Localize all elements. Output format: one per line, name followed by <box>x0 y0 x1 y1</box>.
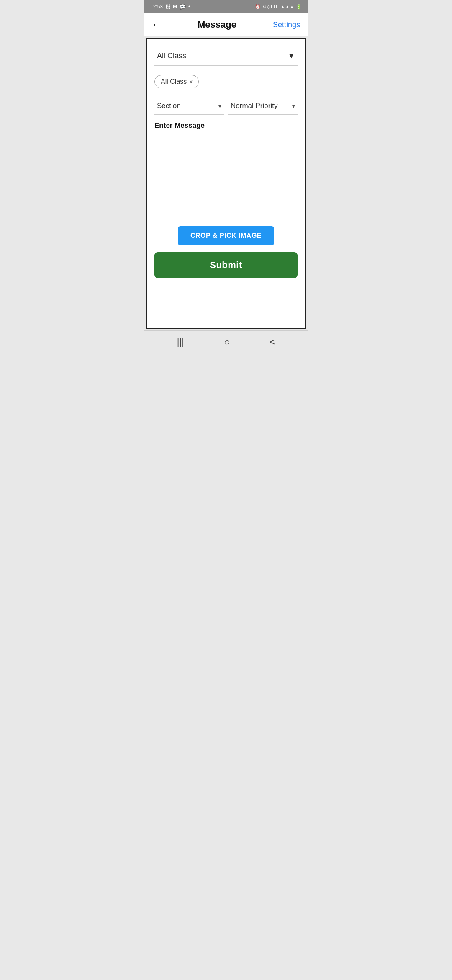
alarm-icon: ⏰ <box>255 4 261 10</box>
filter-row: Section ▾ Normal Priority ▾ <box>154 98 298 115</box>
spacer <box>154 285 298 321</box>
main-content: All Class ▼ All Class × Section ▾ Normal… <box>146 38 306 329</box>
cursor-dot: · <box>154 212 298 218</box>
tags-area: All Class × <box>154 72 298 91</box>
vo-lte-icon: Vo) LTE <box>262 4 279 9</box>
settings-button[interactable]: Settings <box>273 21 300 29</box>
status-right: ⏰ Vo) LTE ▲▲▲ 🔋 <box>255 4 302 10</box>
chat-icon: 💬 <box>180 4 186 10</box>
gmail-icon: M <box>173 4 177 10</box>
battery-icon: 🔋 <box>296 4 302 10</box>
menu-nav-icon[interactable]: ||| <box>177 337 184 348</box>
section-dropdown-arrow-icon: ▾ <box>218 103 221 109</box>
dot-icon: • <box>188 4 190 10</box>
status-left: 12:53 🖼 M 💬 • <box>150 4 190 10</box>
bottom-nav: ||| ○ < <box>144 330 308 353</box>
section-label: Section <box>157 102 181 110</box>
priority-label: Normal Priority <box>231 102 277 110</box>
signal-icon: ▲▲▲ <box>280 4 294 9</box>
message-section: Enter Message <box>154 121 298 204</box>
page-title: Message <box>198 19 236 30</box>
class-dropdown[interactable]: All Class ▼ <box>154 46 298 66</box>
status-bar: 12:53 🖼 M 💬 • ⏰ Vo) LTE ▲▲▲ 🔋 <box>144 0 308 13</box>
priority-dropdown-arrow-icon: ▾ <box>292 103 295 109</box>
class-dropdown-label: All Class <box>157 52 186 60</box>
time-display: 12:53 <box>150 4 163 10</box>
priority-dropdown[interactable]: Normal Priority ▾ <box>228 98 298 115</box>
back-button[interactable]: ← <box>152 19 161 30</box>
photo-icon: 🖼 <box>165 4 170 10</box>
section-dropdown[interactable]: Section ▾ <box>154 98 224 115</box>
message-input[interactable] <box>154 134 298 204</box>
all-class-tag[interactable]: All Class × <box>154 75 199 88</box>
back-nav-icon[interactable]: < <box>270 337 275 348</box>
home-nav-icon[interactable]: ○ <box>224 337 230 348</box>
message-label: Enter Message <box>154 121 298 130</box>
crop-pick-image-button[interactable]: CROP & PICK IMAGE <box>178 226 274 245</box>
tag-close-icon[interactable]: × <box>189 78 193 85</box>
tag-label: All Class <box>161 78 187 85</box>
submit-button[interactable]: Submit <box>154 252 298 278</box>
class-dropdown-arrow-icon: ▼ <box>288 52 295 60</box>
header: ← Message Settings <box>144 13 308 36</box>
